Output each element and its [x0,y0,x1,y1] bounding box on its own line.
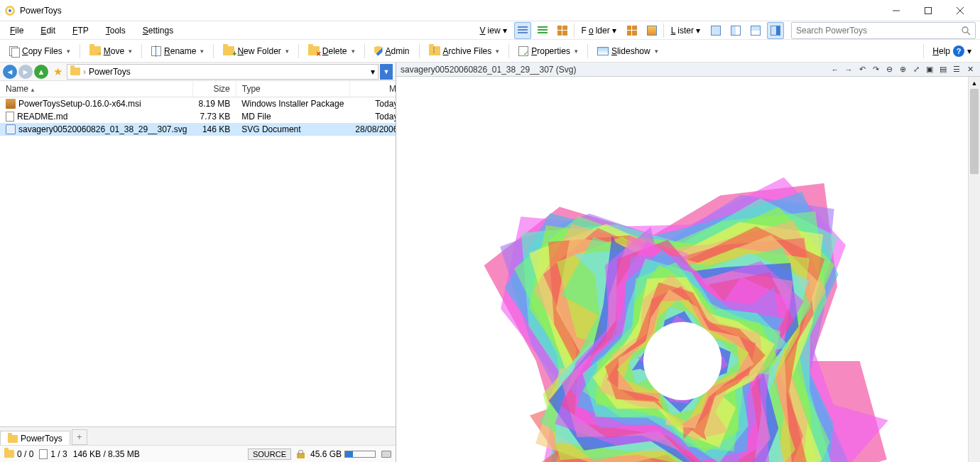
folder-view1-icon[interactable] [624,22,641,39]
menu-settings[interactable]: Settings [137,23,179,38]
scroll-up-icon[interactable]: ▲ [969,77,980,89]
preview-content [396,77,968,462]
delete-button[interactable]: Delete▾ [303,43,360,59]
view-mode-details-icon[interactable] [514,22,531,39]
lister-menu[interactable]: Lister ▾ [667,24,704,37]
main-toolbar: Copy Files▾ Move▾ Rename▾ New Folder▾ De… [0,40,980,63]
new-tab-button[interactable]: + [72,429,87,445]
column-type[interactable]: Type [236,81,349,97]
status-folders: 0 / 0 [17,449,33,459]
status-disk: 45.6 GB [310,449,342,459]
source-badge: SOURCE [248,448,291,460]
folder-icon [4,450,14,458]
menu-edit[interactable]: Edit [35,23,61,38]
menu-tools[interactable]: Tools [100,23,131,38]
file-name: README.md [17,112,67,122]
file-icon [39,449,48,459]
preview-rotate-right-icon[interactable]: ↷ [870,64,881,75]
slideshow-icon [597,47,609,55]
table-row[interactable]: PowerToysSetup-0.16.0-x64.msi8.19 MBWind… [0,97,396,111]
svg-point-7 [962,27,968,33]
nav-up-button[interactable]: ▲ [34,65,48,79]
file-type-icon [6,99,16,109]
preview-scrollbar[interactable]: ▲ [968,77,980,462]
properties-button[interactable]: Properties▾ [513,43,583,59]
copy-icon [9,46,19,56]
status-bar: 0 / 0 1 / 3 146 KB / 8.35 MB SOURCE 45.6… [0,445,396,462]
delete-icon [308,46,320,55]
shield-icon [374,46,383,56]
svg-rect-4 [925,7,931,14]
preview-zoom-in-icon[interactable]: ⊕ [897,64,908,75]
breadcrumb-dropdown[interactable]: ▾ [371,67,375,77]
file-modified: 28/08/2006 23:17 [349,123,396,136]
slideshow-button[interactable]: Slideshow▾ [592,43,663,59]
nav-favorites-button[interactable]: ★ [50,64,65,80]
file-modified: Today 20:21 [349,110,396,123]
search-box[interactable] [791,22,976,39]
search-input[interactable] [796,26,961,36]
menu-ftp[interactable]: FTP [67,23,94,38]
column-size[interactable]: Size [193,81,236,97]
svg-line-8 [967,32,970,35]
rename-button[interactable]: Rename▾ [146,43,209,59]
window-title: PowerToys [20,6,880,16]
minimize-button[interactable] [880,0,912,21]
new-folder-button[interactable]: New Folder▾ [218,43,293,59]
lister-dual-vert-icon[interactable] [727,22,744,39]
view-menu[interactable]: View ▾ [476,24,511,37]
preview-frame-icon[interactable]: ▣ [924,64,935,75]
file-size: 8.19 MB [193,97,236,111]
archive-icon [429,46,440,55]
archive-files-button[interactable]: Archive Files▾ [424,43,505,59]
breadcrumb[interactable]: › PowerToys ▾ [67,64,379,80]
close-button[interactable] [944,0,976,21]
breadcrumb-history-button[interactable]: ▼ [380,64,393,80]
column-name[interactable]: Name▲ [0,81,193,97]
preview-prev-icon[interactable]: ← [829,64,841,75]
folder-icon [70,68,80,75]
scroll-thumb[interactable] [970,89,979,174]
folder-icon [8,435,18,443]
table-row[interactable]: savagery00520060826_01_38_29__307.svg146… [0,123,396,136]
folder-tab[interactable]: PowerToys [0,431,70,446]
svg-point-45 [643,322,722,400]
nav-back-button[interactable]: ◄ [3,65,17,79]
svg-point-2 [9,9,11,12]
title-bar: PowerToys [0,0,980,21]
view-mode-thumbnails-icon[interactable] [554,22,571,39]
preview-zoom-out-icon[interactable]: ⊖ [883,64,895,75]
properties-icon [518,46,528,56]
maximize-button[interactable] [912,0,944,21]
folder-menu[interactable]: Folder ▾ [577,24,621,37]
preview-hex-icon[interactable]: ▤ [937,64,949,75]
menu-file[interactable]: File [4,23,29,38]
view-mode-list-icon[interactable] [534,22,551,39]
file-name: savagery00520060826_01_38_29__307.svg [18,124,187,134]
column-modified[interactable]: Modified [349,81,396,97]
preview-rotate-left-icon[interactable]: ↶ [856,64,868,75]
breadcrumb-segment[interactable]: PowerToys [89,67,131,77]
folder-view2-icon[interactable] [643,22,660,39]
admin-button[interactable]: Admin [369,43,415,59]
tab-strip: PowerToys + [0,426,396,445]
preview-zoom-fit-icon[interactable]: ⤢ [910,64,922,75]
preview-close-icon[interactable]: ✕ [964,64,976,75]
file-type: MD File [236,110,349,123]
file-lister-pane: ◄ ► ▲ ★ › PowerToys ▾ ▼ Name▲ Size Type … [0,63,396,462]
drive-icon [381,451,391,458]
help-button[interactable]: Help?▾ [928,43,976,59]
move-button[interactable]: Move▾ [85,43,137,59]
copy-files-button[interactable]: Copy Files▾ [4,43,75,59]
lister-preview-icon[interactable] [767,22,784,39]
menu-bar: File Edit FTP Tools Settings View ▾ Fold… [0,21,980,40]
preview-next-icon[interactable]: → [843,64,854,75]
lister-dual-horiz-icon[interactable] [747,22,764,39]
nav-forward-button[interactable]: ► [18,65,33,79]
lister-single-icon[interactable] [707,22,724,39]
status-files: 1 / 3 [50,449,67,459]
app-icon [4,5,16,16]
file-size: 146 KB [193,123,236,136]
preview-settings-icon[interactable]: ☰ [951,64,962,75]
table-row[interactable]: README.md7.73 KBMD FileToday 20:21 [0,110,396,123]
